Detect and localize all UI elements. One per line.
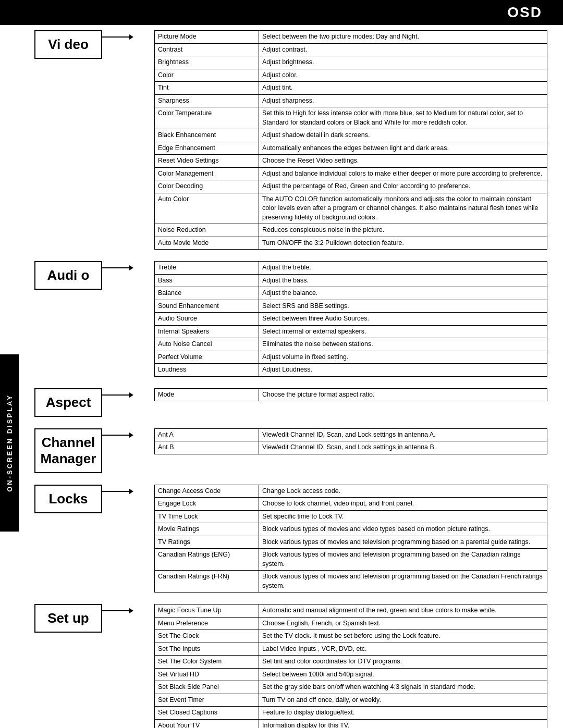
table-audio: TrebleAdjust the treble.BassAdjust the b… [154,261,547,377]
table-row: Magic Focus Tune UpAutomatic and manual … [155,604,547,618]
table-row: Auto ColorThe AUTO COLOR function automa… [155,193,547,224]
table-cell-label: Audio Source [155,313,259,326]
header-title: OSD [507,4,542,21]
table-cell-desc: Select between 1080i and 540p signal. [259,668,547,681]
table-cell-desc: Adjust and balance individual colors to … [259,167,547,180]
table-cell-label: Tint [155,82,259,95]
table-cell-label: Auto Noise Cancel [155,338,259,351]
category-box-audio: Audi o [34,261,102,290]
table-row: Set Virtual HDSelect between 1080i and 5… [155,668,547,681]
arrow-audio [102,261,133,270]
table-cell-label: Mode [155,388,259,401]
table-cell-desc: Adjust contrast. [259,43,547,56]
table-row: BassAdjust the bass. [155,274,547,287]
section-aspect: AspectModeChoose the picture format aspe… [34,388,547,417]
table-cell-desc: Select SRS and BBE settings. [259,300,547,313]
table-cell-label: Change Access Code [155,485,259,498]
section-locks: LocksChange Access CodeChange Lock acces… [34,485,547,593]
table-cell-label: Black Enhancement [155,129,259,142]
table-row: Picture ModeSelect between the two pictu… [155,31,547,44]
table-row: Color TemperatureSet this to High for le… [155,107,547,129]
table-row: Set The Color SystemSet tint and color c… [155,656,547,669]
sidebar-label: ON-SCREEN DISPLAY [0,354,19,532]
table-cell-label: Brightness [155,56,259,69]
table-cell-desc: Adjust the bass. [259,274,547,287]
table-cell-desc: Block various types of movies and video … [259,523,547,536]
table-row: LoudnessAdjust Loudness. [155,364,547,377]
table-row: Sound EnhancementSelect SRS and BBE sett… [155,300,547,313]
table-cell-desc: Information display for this TV. [259,719,547,728]
table-cell-label: Perfect Volume [155,351,259,364]
table-row: Menu PreferenceChoose English, French, o… [155,617,547,630]
table-cell-label: Sound Enhancement [155,300,259,313]
category-box-channel-manager: Channel Manager [34,428,102,473]
arrow-channel-manager [102,428,133,438]
table-row: TV Time LockSet specific time to Lock TV… [155,510,547,523]
table-cell-label: Set The Inputs [155,643,259,656]
table-locks: Change Access CodeChange Lock access cod… [154,485,547,593]
table-cell-label: Color Temperature [155,107,259,129]
table-row: Set The ClockSet the TV clock. It must b… [155,630,547,643]
table-row: Black EnhancementAdjust shadow detail in… [155,129,547,142]
table-cell-desc: Adjust tint. [259,82,547,95]
table-row: ColorAdjust color. [155,69,547,82]
table-row: Noise ReductionReduces conspicuous noise… [155,224,547,237]
arrow-locks [102,485,133,494]
section-video: Vi deoPicture ModeSelect between the two… [34,30,547,250]
table-cell-desc: Select between the two picture modes; Da… [259,31,547,44]
table-row: SharpnessAdjust sharpness. [155,94,547,107]
table-cell-desc: Turn TV on and off once, daily, or weekl… [259,694,547,707]
table-cell-label: Engage Lock [155,498,259,511]
table-cell-desc: Adjust volume in fixed setting. [259,351,547,364]
table-cell-label: Ant B [155,441,259,454]
table-row: Ant BView/edit Channel ID, Scan, and Loc… [155,441,547,454]
table-cell-label: Set Closed Captions [155,707,259,720]
table-cell-label: Menu Preference [155,617,259,630]
table-cell-label: Edge Enhancement [155,142,259,155]
table-row: Color ManagementAdjust and balance indiv… [155,167,547,180]
table-cell-desc: Adjust brightness. [259,56,547,69]
table-cell-desc: Reduces conspicuous noise in the picture… [259,224,547,237]
table-cell-desc: Label Video Inputs , VCR, DVD, etc. [259,643,547,656]
table-row: TintAdjust tint. [155,82,547,95]
category-box-video: Vi deo [34,30,102,59]
table-cell-desc: Eliminates the noise between stations. [259,338,547,351]
table-row: Engage LockChoose to lock channel, video… [155,498,547,511]
table-cell-label: Set The Color System [155,656,259,669]
table-row: TV RatingsBlock various types of movies … [155,536,547,549]
main-content: Vi deoPicture ModeSelect between the two… [19,25,563,728]
table-cell-label: Auto Movie Mode [155,237,259,250]
table-cell-desc: Adjust the treble. [259,262,547,275]
table-cell-label: Balance [155,287,259,300]
arrow-setup [102,604,133,613]
table-cell-label: Ant A [155,428,259,441]
table-cell-desc: Set this to High for less intense color … [259,107,547,129]
table-cell-desc: Set specific time to Lock TV. [259,510,547,523]
table-row: Set Black Side PanelSet the gray side ba… [155,681,547,694]
table-cell-desc: Set the TV clock. It must be set before … [259,630,547,643]
sections-container: Vi deoPicture ModeSelect between the two… [34,30,547,728]
table-cell-label: Noise Reduction [155,224,259,237]
table-cell-desc: Block various types of movies and televi… [259,536,547,549]
table-row: Set Event TimerTurn TV on and off once, … [155,694,547,707]
table-row: Auto Noise CancelEliminates the noise be… [155,338,547,351]
table-row: ContrastAdjust contrast. [155,43,547,56]
table-row: Perfect VolumeAdjust volume in fixed set… [155,351,547,364]
table-cell-desc: Adjust the percentage of Red, Green and … [259,180,547,193]
table-cell-desc: Change Lock access code. [259,485,547,498]
table-cell-desc: Select internal or external speakers. [259,325,547,338]
table-cell-label: Movie Ratings [155,523,259,536]
arrow-video [102,30,133,40]
table-row: ModeChoose the picture format aspect rat… [155,388,547,401]
table-setup: Magic Focus Tune UpAutomatic and manual … [154,604,547,728]
table-cell-label: Sharpness [155,94,259,107]
table-cell-label: Picture Mode [155,31,259,44]
table-cell-label: Canadian Ratings (FRN) [155,571,259,593]
table-row: Edge EnhancementAutomatically enhances t… [155,142,547,155]
section-setup: Set upMagic Focus Tune UpAutomatic and m… [34,604,547,728]
section-channel-manager: Channel ManagerAnt AView/edit Channel ID… [34,428,547,473]
table-cell-label: Reset Video Settings [155,155,259,168]
table-cell-desc: Adjust the balance. [259,287,547,300]
table-row: Auto Movie ModeTurn ON/OFF the 3:2 Pulld… [155,237,547,250]
table-cell-desc: Feature to display dialogue/text. [259,707,547,720]
